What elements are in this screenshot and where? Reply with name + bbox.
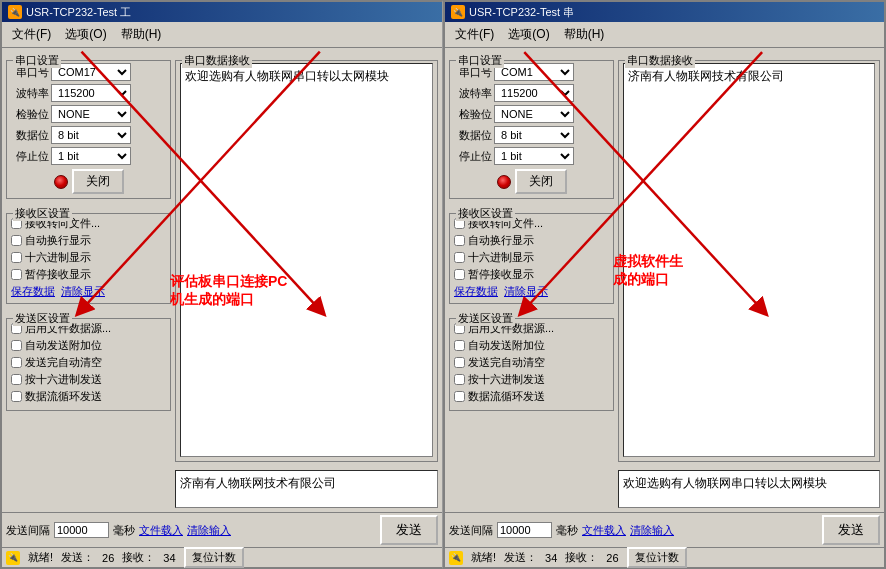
content-2: 串口设置 串口号 COM1 COM17 波特率 115200 (445, 48, 884, 512)
recv-cb-2-1: 自动换行显示 (454, 233, 609, 248)
file-load-link-2[interactable]: 文件载入 (582, 523, 626, 538)
recv-data-title-2: 串口数据接收 (625, 53, 695, 68)
recv-checkbox-1-2[interactable] (11, 252, 22, 263)
menu-help-1[interactable]: 帮助(H) (115, 24, 168, 45)
clear-input-link-2[interactable]: 清除输入 (630, 523, 674, 538)
send-count-2: 34 (545, 552, 557, 564)
reset-count-btn-2[interactable]: 复位计数 (627, 547, 687, 568)
send-cb-2-2: 发送完自动清空 (454, 355, 609, 370)
send-cb-label-1-2: 发送完自动清空 (25, 355, 102, 370)
interval-label-2: 发送间隔 (449, 523, 493, 538)
app-container: 🔌 USR-TCP232-Test 工 文件(F) 选项(O) 帮助(H) 串口… (0, 0, 886, 569)
recv-checkbox-1-3[interactable] (11, 269, 22, 280)
baud-label-2: 波特率 (454, 86, 492, 101)
status-icon-1: 🔌 (6, 551, 20, 565)
send-count-1: 26 (102, 552, 114, 564)
stop-row-2: 停止位 1 bit (454, 147, 609, 165)
open-close-btn-2[interactable]: 关闭 (515, 169, 567, 194)
send-checkbox-1-2[interactable] (11, 357, 22, 368)
send-cb-label-1-3: 按十六进制发送 (25, 372, 102, 387)
parity-row-1: 检验位 NONE (11, 105, 166, 123)
clear-display-link-1[interactable]: 清除显示 (61, 284, 105, 299)
data-select-1[interactable]: 8 bit (51, 126, 131, 144)
send-cb-1-4: 数据流循环发送 (11, 389, 166, 404)
stop-row-1: 停止位 1 bit (11, 147, 166, 165)
menu-help-2[interactable]: 帮助(H) (558, 24, 611, 45)
status-text-2: 就绪! (471, 550, 496, 565)
ms-label-2: 毫秒 (556, 523, 578, 538)
parity-label-2: 检验位 (454, 107, 492, 122)
menu-file-2[interactable]: 文件(F) (449, 24, 500, 45)
menu-file-1[interactable]: 文件(F) (6, 24, 57, 45)
send-settings-title-2: 发送区设置 (456, 311, 515, 326)
recv-cb-2-2: 十六进制显示 (454, 250, 609, 265)
menu-options-2[interactable]: 选项(O) (502, 24, 555, 45)
baud-select-2[interactable]: 115200 (494, 84, 574, 102)
recv-cb-label-2-3: 暂停接收显示 (468, 267, 534, 282)
recv-settings-1: 接收区设置 接收转向文件... 自动换行显示 十六进制显示 (6, 213, 171, 304)
data-select-2[interactable]: 8 bit (494, 126, 574, 144)
reset-count-btn-1[interactable]: 复位计数 (184, 547, 244, 568)
menu-options-1[interactable]: 选项(O) (59, 24, 112, 45)
content-1: 串口设置 串口号 COM17 COM1 波特率 115200 (2, 48, 442, 512)
send-cb-1-1: 自动发送附加位 (11, 338, 166, 353)
baud-row-1: 波特率 115200 (11, 84, 166, 102)
send-count-label-1: 发送： (61, 550, 94, 565)
send-checkbox-1-4[interactable] (11, 391, 22, 402)
com-select-2[interactable]: COM1 COM17 (494, 63, 574, 81)
titlebar-1: 🔌 USR-TCP232-Test 工 (2, 2, 442, 22)
send-checkbox-2-4[interactable] (454, 391, 465, 402)
parity-select-2[interactable]: NONE (494, 105, 574, 123)
send-display-2[interactable]: 欢迎选购有人物联网串口转以太网模块 (618, 470, 880, 508)
send-btn-1[interactable]: 发送 (380, 515, 438, 545)
recv-checkbox-2-1[interactable] (454, 235, 465, 246)
send-settings-1: 发送区设置 启用文件数据源... 自动发送附加位 发送完自动清空 (6, 318, 171, 411)
parity-label-1: 检验位 (11, 107, 49, 122)
recv-cb-label-1-3: 暂停接收显示 (25, 267, 91, 282)
interval-input-2[interactable] (497, 522, 552, 538)
save-data-link-1[interactable]: 保存数据 (11, 284, 55, 299)
save-data-link-2[interactable]: 保存数据 (454, 284, 498, 299)
recv-checkbox-2-3[interactable] (454, 269, 465, 280)
baud-row-2: 波特率 115200 (454, 84, 609, 102)
recv-settings-title-2: 接收区设置 (456, 206, 515, 221)
send-checkbox-2-3[interactable] (454, 374, 465, 385)
interval-input-1[interactable] (54, 522, 109, 538)
open-close-btn-1[interactable]: 关闭 (72, 169, 124, 194)
send-cb-1-3: 按十六进制发送 (11, 372, 166, 387)
titlebar-2: 🔌 USR-TCP232-Test 串 (445, 2, 884, 22)
stop-label-1: 停止位 (11, 149, 49, 164)
send-checkbox-1-3[interactable] (11, 374, 22, 385)
baud-select-1[interactable]: 115200 (51, 84, 131, 102)
title-2: USR-TCP232-Test 串 (469, 5, 574, 20)
send-cb-2-3: 按十六进制发送 (454, 372, 609, 387)
serial-settings-1: 串口设置 串口号 COM17 COM1 波特率 115200 (6, 60, 171, 199)
com-select-1[interactable]: COM17 COM1 (51, 63, 131, 81)
data-label-1: 数据位 (11, 128, 49, 143)
parity-select-1[interactable]: NONE (51, 105, 131, 123)
recv-checkbox-2-2[interactable] (454, 252, 465, 263)
recv-links-2: 保存数据 清除显示 (454, 284, 609, 299)
right-panel-2: 串口数据接收 济南有人物联网技术有限公司 欢迎选购有人物联网串口转以太网模块 (618, 52, 880, 508)
status-dot-2 (497, 175, 511, 189)
window-1: 🔌 USR-TCP232-Test 工 文件(F) 选项(O) 帮助(H) 串口… (0, 0, 443, 569)
recv-data-group-2: 串口数据接收 济南有人物联网技术有限公司 (618, 60, 880, 462)
clear-input-link-1[interactable]: 清除输入 (187, 523, 231, 538)
stop-select-1[interactable]: 1 bit (51, 147, 131, 165)
file-load-link-1[interactable]: 文件载入 (139, 523, 183, 538)
open-close-area-1: 关闭 (11, 169, 166, 194)
status-dot-1 (54, 175, 68, 189)
send-count-label-2: 发送： (504, 550, 537, 565)
send-checkbox-1-1[interactable] (11, 340, 22, 351)
recv-checkbox-1-1[interactable] (11, 235, 22, 246)
stop-select-2[interactable]: 1 bit (494, 147, 574, 165)
serial-settings-title-1: 串口设置 (13, 53, 61, 68)
send-btn-2[interactable]: 发送 (822, 515, 880, 545)
send-checkbox-2-1[interactable] (454, 340, 465, 351)
send-display-1[interactable]: 济南有人物联网技术有限公司 (175, 470, 438, 508)
left-panel-1: 串口设置 串口号 COM17 COM1 波特率 115200 (6, 52, 171, 508)
recv-cb-label-1-2: 十六进制显示 (25, 250, 91, 265)
clear-display-link-2[interactable]: 清除显示 (504, 284, 548, 299)
send-cb-label-1-1: 自动发送附加位 (25, 338, 102, 353)
send-checkbox-2-2[interactable] (454, 357, 465, 368)
